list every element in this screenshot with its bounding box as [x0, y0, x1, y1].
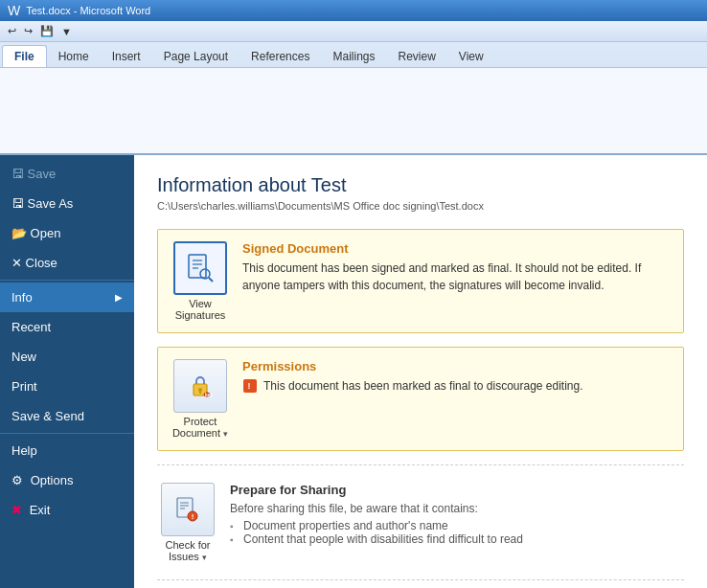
ribbon-content [0, 67, 707, 153]
svg-text:!: ! [248, 381, 251, 391]
svg-text:!: ! [192, 512, 194, 521]
prepare-sharing-card: ! Check forIssues ▾ Prepare for Sharing … [157, 475, 684, 570]
permissions-warning-icon: ! [242, 378, 258, 394]
tab-view[interactable]: View [447, 46, 495, 67]
sidebar-item-options-label: Options [31, 473, 74, 487]
sidebar-item-save-send[interactable]: Save & Send [0, 401, 134, 431]
signed-doc-text: This document has been signed and marked… [242, 260, 672, 294]
check-issues-button[interactable]: ! [161, 483, 215, 536]
protect-dropdown-arrow: ▾ [223, 429, 228, 439]
sidebar-item-options-icon: ⚙ [11, 473, 23, 487]
title-bar: W Test.docx - Microsoft Word [0, 0, 707, 21]
check-issues-arrow: ▾ [202, 553, 207, 562]
sidebar-item-exit[interactable]: ✖ Exit [0, 495, 134, 525]
check-issues-icon: ! [173, 495, 202, 524]
view-signatures-label: ViewSignatures [175, 298, 226, 321]
tab-insert[interactable]: Insert [101, 46, 152, 67]
tab-page-layout[interactable]: Page Layout [152, 46, 239, 67]
signed-doc-body: Signed Document This document has been s… [242, 241, 672, 294]
sidebar-item-info-label: Info [11, 290, 33, 305]
sidebar-item-options[interactable]: ⚙ Options [0, 465, 134, 495]
sidebar-item-save-label: 🖫 Save [11, 167, 56, 181]
signed-doc-title: Signed Document [242, 241, 672, 256]
magnifier-document-icon [185, 253, 216, 283]
sidebar-item-recent[interactable]: Recent [0, 312, 134, 342]
main-area: 🖫 Save 🖫 Save As 📂 Open ✕ Close Info ▶ R… [0, 155, 707, 588]
word-icon: W [8, 3, 20, 18]
permissions-card: key ProtectDocument ▾ Permissions ! This… [157, 347, 684, 451]
svg-rect-0 [189, 255, 206, 278]
sidebar-item-info[interactable]: Info ▶ [0, 283, 134, 312]
sidebar-divider-1 [0, 280, 134, 281]
tab-review[interactable]: Review [386, 46, 446, 67]
sidebar-item-exit-label: Exit [30, 503, 51, 517]
sidebar-item-new-label: New [11, 350, 36, 364]
signed-document-card: ViewSignatures Signed Document This docu… [157, 229, 684, 333]
sidebar-item-print-label: Print [11, 379, 37, 394]
permissions-text: This document has been marked as final t… [263, 377, 583, 395]
sidebar-item-close[interactable]: ✕ Close [0, 248, 134, 278]
prepare-sharing-item-1: Document properties and author's name [230, 519, 684, 532]
permissions-title: Permissions [242, 359, 672, 373]
section-divider-2 [157, 579, 684, 580]
sidebar-divider-2 [0, 433, 134, 434]
sidebar-item-new[interactable]: New [0, 342, 134, 372]
check-issues-icon-area: ! Check forIssues ▾ [157, 483, 218, 562]
sidebar-item-save[interactable]: 🖫 Save [0, 159, 134, 189]
content-area: Information about Test C:\Users\charles.… [134, 155, 707, 588]
prepare-sharing-list: Document properties and author's name Co… [230, 519, 684, 546]
view-signatures-button[interactable] [173, 241, 227, 295]
tab-references[interactable]: References [239, 46, 321, 67]
ribbon: File Home Insert Page Layout References … [0, 42, 707, 155]
check-issues-label: Check forIssues ▾ [165, 539, 210, 562]
ribbon-tabs: File Home Insert Page Layout References … [0, 42, 707, 67]
sidebar-item-save-as-label: 🖫 Save As [11, 196, 73, 211]
permissions-icon-area: key ProtectDocument ▾ [170, 359, 231, 439]
prepare-sharing-text: Before sharing this file, be aware that … [230, 500, 684, 517]
toolbar-undo[interactable]: ↩ [4, 24, 20, 38]
page-title: Information about Test [157, 174, 684, 196]
sidebar-item-help-label: Help [11, 443, 37, 458]
prepare-sharing-item-2: Content that people with disabilities fi… [230, 532, 684, 546]
prepare-sharing-title: Prepare for Sharing [230, 483, 684, 497]
tab-home[interactable]: Home [47, 46, 101, 67]
signed-doc-icon-area: ViewSignatures [170, 241, 231, 321]
title-bar-text: Test.docx - Microsoft Word [26, 5, 150, 16]
toolbar-quick[interactable]: ▼ [57, 25, 76, 38]
sidebar-item-save-as[interactable]: 🖫 Save As [0, 189, 134, 218]
lock-key-icon: key [186, 372, 215, 400]
section-divider-1 [157, 464, 684, 465]
svg-text:key: key [205, 392, 214, 397]
sidebar-item-recent-label: Recent [11, 320, 51, 334]
svg-rect-8 [199, 391, 201, 394]
svg-line-5 [209, 278, 213, 282]
tab-file[interactable]: File [2, 45, 47, 67]
file-path: C:\Users\charles.williams\Documents\MS O… [157, 200, 684, 212]
toolbar-redo[interactable]: ↪ [20, 24, 36, 38]
prepare-sharing-body: Prepare for Sharing Before sharing this … [230, 483, 684, 546]
protect-document-button[interactable]: key [173, 359, 227, 413]
sidebar-item-open[interactable]: 📂 Open [0, 218, 134, 248]
sidebar: 🖫 Save 🖫 Save As 📂 Open ✕ Close Info ▶ R… [0, 155, 134, 588]
toolbar: ↩ ↪ 💾 ▼ [0, 21, 707, 42]
sidebar-item-close-label: ✕ Close [11, 256, 57, 270]
sidebar-item-exit-icon: ✖ [11, 503, 22, 517]
sidebar-item-open-label: 📂 Open [11, 226, 60, 240]
sidebar-item-help[interactable]: Help [0, 436, 134, 465]
sidebar-info-arrow: ▶ [115, 292, 123, 303]
tab-mailings[interactable]: Mailings [321, 46, 386, 67]
toolbar-save[interactable]: 💾 [36, 24, 57, 38]
sidebar-item-save-send-label: Save & Send [11, 409, 84, 423]
protect-document-label: ProtectDocument ▾ [172, 416, 228, 439]
sidebar-item-print[interactable]: Print [0, 372, 134, 401]
permissions-body: Permissions ! This document has been mar… [242, 359, 672, 395]
